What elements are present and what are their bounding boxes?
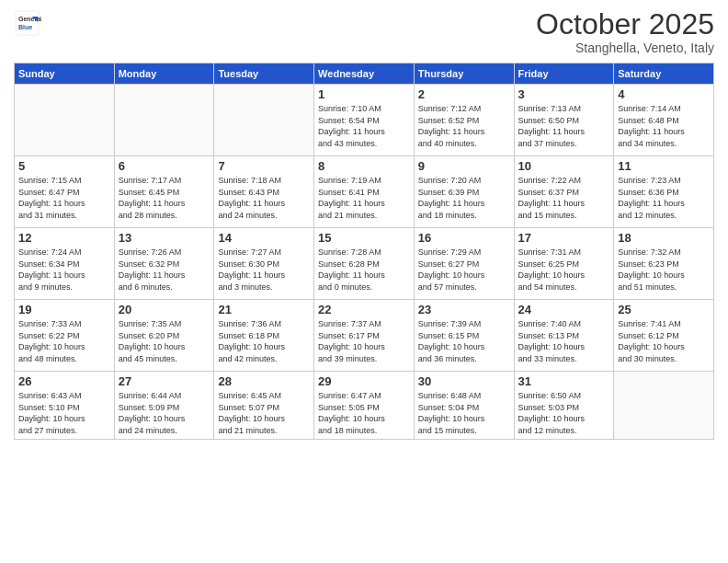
calendar-cell: 1Sunrise: 7:10 AM Sunset: 6:54 PM Daylig… [314,85,415,156]
weekday-header-thursday: Thursday [414,63,514,85]
calendar-cell: 28Sunrise: 6:45 AM Sunset: 5:07 PM Dayli… [214,372,314,440]
calendar-cell: 29Sunrise: 6:47 AM Sunset: 5:05 PM Dayli… [314,372,415,440]
calendar-table: SundayMondayTuesdayWednesdayThursdayFrid… [14,63,714,440]
day-info: Sunrise: 7:33 AM Sunset: 6:22 PM Dayligh… [18,318,110,364]
day-info: Sunrise: 7:29 AM Sunset: 6:27 PM Dayligh… [418,247,510,293]
logo-icon: General Blue [14,9,41,37]
weekday-header-friday: Friday [514,63,614,85]
day-number: 22 [318,303,410,316]
day-info: Sunrise: 6:45 AM Sunset: 5:07 PM Dayligh… [218,390,310,436]
day-number: 19 [18,303,110,316]
calendar-cell: 4Sunrise: 7:14 AM Sunset: 6:48 PM Daylig… [614,85,714,156]
svg-text:General: General [18,16,41,22]
day-number: 9 [418,159,510,173]
day-number: 1 [318,87,410,101]
day-number: 7 [218,159,310,173]
calendar-cell: 22Sunrise: 7:37 AM Sunset: 6:17 PM Dayli… [314,300,415,372]
header: General Blue October 2025 Stanghella, Ve… [14,9,714,55]
day-number: 12 [18,231,110,245]
day-number: 15 [318,231,410,245]
logo: General Blue [14,9,41,37]
day-number: 17 [518,231,610,245]
day-info: Sunrise: 7:28 AM Sunset: 6:28 PM Dayligh… [318,247,410,293]
calendar-cell: 27Sunrise: 6:44 AM Sunset: 5:09 PM Dayli… [114,372,214,440]
day-number: 6 [119,159,210,173]
day-info: Sunrise: 7:10 AM Sunset: 6:54 PM Dayligh… [318,103,410,149]
weekday-header-tuesday: Tuesday [214,63,314,85]
week-row-5: 26Sunrise: 6:43 AM Sunset: 5:10 PM Dayli… [15,372,714,440]
day-info: Sunrise: 7:14 AM Sunset: 6:48 PM Dayligh… [618,103,710,149]
calendar-cell: 23Sunrise: 7:39 AM Sunset: 6:15 PM Dayli… [414,300,514,372]
weekday-header-wednesday: Wednesday [314,63,415,85]
calendar-cell: 14Sunrise: 7:27 AM Sunset: 6:30 PM Dayli… [214,228,314,300]
calendar-cell: 5Sunrise: 7:15 AM Sunset: 6:47 PM Daylig… [15,156,115,228]
day-info: Sunrise: 7:23 AM Sunset: 6:36 PM Dayligh… [618,175,710,221]
day-info: Sunrise: 6:43 AM Sunset: 5:10 PM Dayligh… [18,390,110,436]
day-info: Sunrise: 6:48 AM Sunset: 5:04 PM Dayligh… [418,390,510,436]
day-number: 2 [418,87,510,101]
day-number: 14 [218,231,310,245]
day-number: 30 [418,374,510,388]
calendar-cell [15,85,115,156]
location-subtitle: Stanghella, Veneto, Italy [536,40,714,55]
day-info: Sunrise: 7:22 AM Sunset: 6:37 PM Dayligh… [518,175,610,221]
day-info: Sunrise: 7:13 AM Sunset: 6:50 PM Dayligh… [518,103,610,149]
calendar-cell [114,85,214,156]
day-number: 4 [618,87,710,101]
day-info: Sunrise: 7:18 AM Sunset: 6:43 PM Dayligh… [218,175,310,221]
calendar-cell: 11Sunrise: 7:23 AM Sunset: 6:36 PM Dayli… [614,156,714,228]
calendar-cell: 3Sunrise: 7:13 AM Sunset: 6:50 PM Daylig… [514,85,614,156]
day-number: 26 [18,374,110,388]
day-info: Sunrise: 7:19 AM Sunset: 6:41 PM Dayligh… [318,175,410,221]
day-number: 3 [518,87,610,101]
calendar-cell: 10Sunrise: 7:22 AM Sunset: 6:37 PM Dayli… [514,156,614,228]
day-number: 13 [119,231,210,245]
day-number: 20 [119,303,210,316]
week-row-2: 5Sunrise: 7:15 AM Sunset: 6:47 PM Daylig… [15,156,714,228]
day-info: Sunrise: 7:37 AM Sunset: 6:17 PM Dayligh… [318,318,410,364]
weekday-header-sunday: Sunday [15,63,115,85]
day-number: 23 [418,303,510,316]
calendar-cell: 15Sunrise: 7:28 AM Sunset: 6:28 PM Dayli… [314,228,415,300]
month-title: October 2025 [536,9,714,39]
weekday-header-saturday: Saturday [614,63,714,85]
week-row-1: 1Sunrise: 7:10 AM Sunset: 6:54 PM Daylig… [15,85,714,156]
day-info: Sunrise: 7:15 AM Sunset: 6:47 PM Dayligh… [18,175,110,221]
day-info: Sunrise: 6:50 AM Sunset: 5:03 PM Dayligh… [518,390,610,436]
calendar-cell: 13Sunrise: 7:26 AM Sunset: 6:32 PM Dayli… [114,228,214,300]
calendar-cell: 12Sunrise: 7:24 AM Sunset: 6:34 PM Dayli… [15,228,115,300]
day-info: Sunrise: 7:31 AM Sunset: 6:25 PM Dayligh… [518,247,610,293]
weekday-header-row: SundayMondayTuesdayWednesdayThursdayFrid… [15,63,714,85]
week-row-3: 12Sunrise: 7:24 AM Sunset: 6:34 PM Dayli… [15,228,714,300]
day-number: 21 [218,303,310,316]
calendar-cell: 25Sunrise: 7:41 AM Sunset: 6:12 PM Dayli… [614,300,714,372]
day-number: 24 [518,303,610,316]
calendar-cell: 26Sunrise: 6:43 AM Sunset: 5:10 PM Dayli… [15,372,115,440]
title-block: October 2025 Stanghella, Veneto, Italy [536,9,714,55]
calendar-cell: 24Sunrise: 7:40 AM Sunset: 6:13 PM Dayli… [514,300,614,372]
day-number: 18 [618,231,710,245]
day-info: Sunrise: 7:26 AM Sunset: 6:32 PM Dayligh… [119,247,210,293]
day-info: Sunrise: 7:41 AM Sunset: 6:12 PM Dayligh… [618,318,710,364]
day-number: 5 [18,159,110,173]
svg-text:Blue: Blue [18,24,32,30]
calendar-cell: 7Sunrise: 7:18 AM Sunset: 6:43 PM Daylig… [214,156,314,228]
day-number: 28 [218,374,310,388]
svg-rect-0 [16,11,40,35]
calendar-cell: 17Sunrise: 7:31 AM Sunset: 6:25 PM Dayli… [514,228,614,300]
calendar-cell: 6Sunrise: 7:17 AM Sunset: 6:45 PM Daylig… [114,156,214,228]
week-row-4: 19Sunrise: 7:33 AM Sunset: 6:22 PM Dayli… [15,300,714,372]
day-info: Sunrise: 6:47 AM Sunset: 5:05 PM Dayligh… [318,390,410,436]
day-number: 27 [119,374,210,388]
calendar-cell: 30Sunrise: 6:48 AM Sunset: 5:04 PM Dayli… [414,372,514,440]
day-number: 10 [518,159,610,173]
calendar-cell [614,372,714,440]
day-info: Sunrise: 7:17 AM Sunset: 6:45 PM Dayligh… [119,175,210,221]
day-info: Sunrise: 7:36 AM Sunset: 6:18 PM Dayligh… [218,318,310,364]
day-info: Sunrise: 6:44 AM Sunset: 5:09 PM Dayligh… [119,390,210,436]
day-info: Sunrise: 7:27 AM Sunset: 6:30 PM Dayligh… [218,247,310,293]
day-number: 8 [318,159,410,173]
day-number: 11 [618,159,710,173]
calendar-cell: 20Sunrise: 7:35 AM Sunset: 6:20 PM Dayli… [114,300,214,372]
calendar-cell: 18Sunrise: 7:32 AM Sunset: 6:23 PM Dayli… [614,228,714,300]
